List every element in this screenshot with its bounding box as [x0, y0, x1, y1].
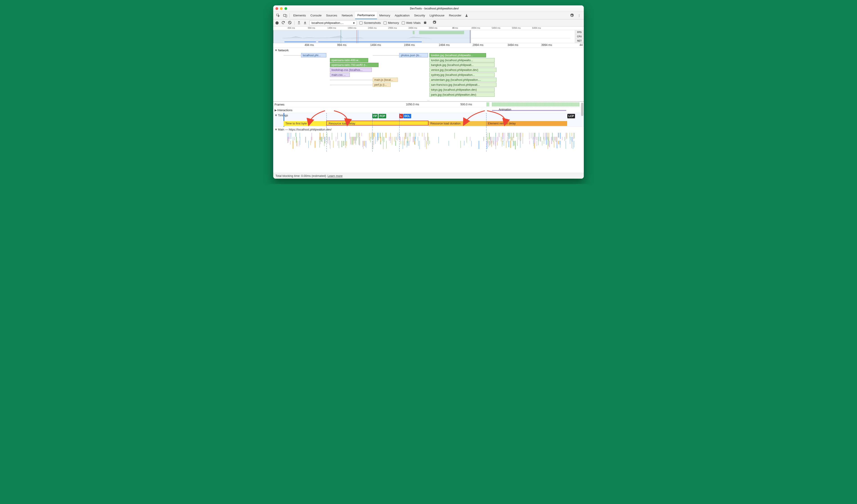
phase-resource-load-delay[interactable]: Resource load delay	[326, 121, 428, 125]
tab-lighthouse[interactable]: Lighthouse	[427, 12, 447, 19]
overview-minimap[interactable]: 494 ms994 ms1494 ms1994 ms2494 ms2994 ms…	[273, 27, 584, 43]
network-lane[interactable]: ▼Network localhost.phi...opensans-latin-…	[273, 48, 584, 102]
memory-checkbox[interactable]: Memory	[384, 21, 399, 24]
upload-icon[interactable]	[297, 21, 301, 25]
network-request[interactable]: main.js (local...	[373, 78, 398, 82]
window-controls[interactable]	[275, 7, 287, 10]
tab-recorder[interactable]: Recorder	[447, 12, 464, 19]
network-section-label[interactable]: ▼Network	[274, 49, 289, 52]
phase-element-render-delay[interactable]: Element render delay	[486, 121, 567, 126]
animation-label: Animation	[499, 108, 511, 111]
svg-rect-2	[286, 15, 287, 17]
frames-lane[interactable]: Frames 1050.0 ms 500.0 ms	[273, 102, 584, 107]
main-thread-lane[interactable]: ▼Main — https://localhost.philipwalton.d…	[273, 127, 584, 152]
network-request[interactable]: venice.jpg (localhost.philipwalton.dev)	[430, 68, 497, 72]
tab-performance[interactable]: Performance	[355, 12, 377, 19]
learn-more-link[interactable]: Learn more	[327, 174, 342, 178]
frame-bar	[492, 102, 579, 106]
settings-gear-icon[interactable]	[432, 20, 436, 25]
inspect-icon[interactable]	[275, 13, 281, 18]
tab-network[interactable]: Network	[339, 12, 355, 19]
status-bar: Total blocking time: 0.00ms (estimated) …	[273, 173, 584, 179]
gear-icon[interactable]	[569, 13, 575, 18]
minimize-icon[interactable]	[280, 7, 283, 10]
scrollbar-thumb[interactable]	[581, 103, 583, 116]
panel-tabs: ElementsConsoleSourcesNetworkPerformance…	[273, 12, 584, 19]
network-request[interactable]: opensans-latin-400.w...	[330, 58, 368, 62]
tab-memory[interactable]: Memory	[377, 12, 392, 19]
net-label: NET	[575, 39, 584, 43]
network-request[interactable]: localhost.phi...	[301, 53, 326, 57]
overview-selection[interactable]	[273, 30, 471, 43]
screenshots-checkbox[interactable]: Screenshots	[359, 21, 381, 24]
timings-lane[interactable]: ▼Timings FP FCP L DCL LCP Time to first …	[273, 113, 584, 127]
network-request[interactable]: san-francisco.jpg (localhost.philipwalt.…	[430, 83, 497, 87]
network-request[interactable]: paris.jpg (localhost.philipwalton.dev)	[430, 93, 495, 97]
clear-icon[interactable]	[288, 21, 292, 25]
chevron-down-icon: ▾	[353, 21, 355, 25]
flame-panel[interactable]: Frames 1050.0 ms 500.0 ms ▶Interactions …	[273, 102, 584, 173]
cpu-label: CPU	[575, 34, 584, 39]
network-request[interactable]: opensans-latin-700.woff2 (l...	[330, 63, 379, 67]
flask-icon	[464, 13, 469, 18]
tbt-readout: Total blocking time: 0.00ms (estimated)	[275, 174, 326, 178]
trash-icon[interactable]	[423, 21, 427, 25]
network-request[interactable]: sydney.jpg (localhost.philipwalton...	[430, 73, 495, 77]
frame-bar	[487, 102, 489, 106]
device-toggle-icon[interactable]	[282, 13, 288, 18]
zoom-icon[interactable]	[284, 7, 287, 10]
recording-selector[interactable]: localhost.philipwalton.... ▾	[309, 20, 357, 26]
fcp-badge[interactable]: FCP	[379, 114, 386, 118]
fps-label: FPS	[575, 30, 584, 34]
close-icon[interactable]	[275, 7, 278, 10]
interactions-lane[interactable]: ▶Interactions Animation	[273, 107, 584, 113]
network-request[interactable]: bangkok.jpg (localhost.philipwalt...	[430, 63, 495, 67]
titlebar[interactable]: DevTools - localhost.philipwalton.dev/	[273, 5, 584, 12]
tab-application[interactable]: Application	[392, 12, 412, 19]
network-request[interactable]: london.jpg (localhost.philipwalto...	[430, 58, 495, 62]
tab-security[interactable]: Security	[412, 12, 427, 19]
network-request[interactable]: main.css ...	[330, 73, 350, 77]
frame-duration: 500.0 ms	[460, 103, 472, 106]
dcl-badge[interactable]: DCL	[403, 114, 411, 118]
network-request[interactable]: amsterdam.jpg (localhost.philipwalton...…	[430, 78, 497, 82]
download-icon[interactable]	[303, 21, 307, 25]
record-icon[interactable]	[275, 21, 279, 24]
tab-sources[interactable]: Sources	[324, 12, 340, 19]
webvitals-checkbox[interactable]: Web Vitals	[402, 21, 421, 24]
fp-badge[interactable]: FP	[372, 114, 378, 118]
phase-ttfb[interactable]: Time to first byte	[284, 121, 326, 126]
frame-duration: 1050.0 ms	[406, 103, 419, 106]
lcp-badge[interactable]: LCP	[567, 114, 575, 118]
reload-icon[interactable]	[281, 21, 285, 25]
load-badge[interactable]: L	[399, 114, 403, 118]
network-request[interactable]: bootstrap.css (localhos...	[330, 68, 372, 72]
resize-handle[interactable]: ⋯	[273, 100, 584, 101]
tab-elements[interactable]: Elements	[291, 12, 308, 19]
timeline-panel[interactable]: 494 ms994 ms1494 ms1994 ms2494 ms2994 ms…	[273, 43, 584, 102]
window-title: DevTools - localhost.philipwalton.dev/	[287, 7, 582, 10]
perf-toolbar: localhost.philipwalton.... ▾ Screenshots…	[273, 19, 584, 27]
kebab-icon[interactable]: ⋮	[576, 13, 582, 18]
phase-resource-load-duration[interactable]: Resource load duration	[428, 121, 486, 126]
tab-console[interactable]: Console	[308, 12, 324, 19]
network-request[interactable]: photos.json (lo...	[399, 53, 428, 57]
time-ruler[interactable]: 494 ms994 ms1494 ms1994 ms2494 ms2994 ms…	[273, 43, 584, 48]
devtools-window: DevTools - localhost.philipwalton.dev/ E…	[273, 5, 584, 179]
network-request[interactable]: tokyo.jpg (localhost.philipwalton.dev)	[430, 87, 495, 92]
recording-selector-label: localhost.philipwalton....	[312, 21, 344, 24]
network-request[interactable]: perf.js (l...	[373, 83, 391, 87]
network-request[interactable]: london.jpg (localhost.philipwalto...	[430, 53, 486, 57]
